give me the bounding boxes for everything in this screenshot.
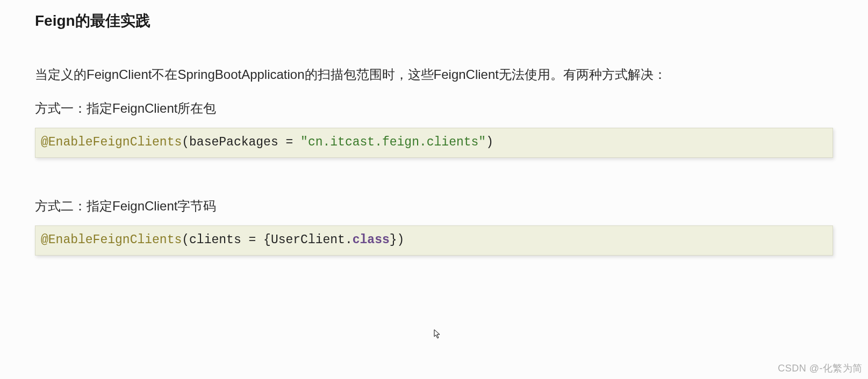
mouse-cursor-icon (434, 329, 441, 340)
code-param: } (390, 233, 397, 247)
code-paren-open: ( (182, 233, 189, 247)
code-block-one: @EnableFeignClients(basePackages = "cn.i… (35, 128, 833, 158)
code-paren-close: ) (397, 233, 405, 247)
code-param: basePackages = (189, 135, 300, 149)
intro-text: 当定义的FeignClient不在SpringBootApplication的扫… (35, 64, 833, 85)
code-block-two: @EnableFeignClients(clients = {UserClien… (35, 225, 833, 256)
method-two-label: 方式二：指定FeignClient字节码 (35, 196, 833, 216)
code-annotation: @EnableFeignClients (41, 135, 182, 149)
code-paren-open: ( (182, 135, 189, 149)
page-title: Feign的最佳实践 (35, 11, 833, 31)
code-class-keyword: class (353, 233, 390, 247)
watermark: CSDN @-化繁为简 (778, 362, 863, 375)
code-annotation: @EnableFeignClients (41, 233, 182, 247)
method-one-label: 方式一：指定FeignClient所在包 (35, 99, 833, 118)
code-paren-close: ) (486, 135, 493, 149)
code-string: "cn.itcast.feign.clients" (300, 135, 486, 149)
code-param: clients = {UserClient. (189, 233, 353, 247)
